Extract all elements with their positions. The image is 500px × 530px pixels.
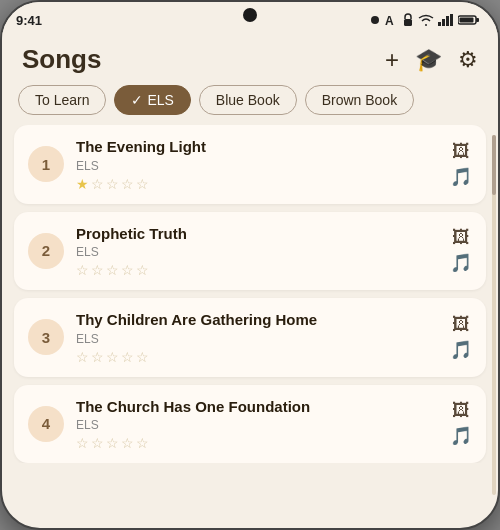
song-list: 1 The Evening Light ELS ★☆☆☆☆ 🖼 🎵 2 Pro — [2, 125, 498, 463]
status-bar: 9:41 A — [2, 2, 498, 38]
song-subtitle-1: ELS — [76, 159, 438, 173]
svg-rect-5 — [446, 16, 449, 26]
phone-frame: 9:41 A — [0, 0, 500, 530]
image-icon-3[interactable]: 🖼 — [452, 314, 470, 335]
graduation-icon[interactable]: 🎓 — [415, 47, 442, 73]
header-actions: + 🎓 ⚙ — [385, 46, 478, 74]
lock-icon — [402, 13, 414, 27]
song-subtitle-2: ELS — [76, 245, 438, 259]
music-icon-4[interactable]: 🎵 — [450, 425, 472, 447]
scroll-thumb[interactable] — [492, 135, 496, 195]
status-time: 9:41 — [16, 13, 42, 28]
header: Songs + 🎓 ⚙ — [2, 38, 498, 85]
add-button[interactable]: + — [385, 46, 399, 74]
filter-els[interactable]: ELS — [114, 85, 190, 115]
song-title-2: Prophetic Truth — [76, 224, 438, 244]
filter-to-learn[interactable]: To Learn — [18, 85, 106, 115]
wifi-icon — [418, 14, 434, 26]
image-icon-2[interactable]: 🖼 — [452, 227, 470, 248]
song-stars-1: ★☆☆☆☆ — [76, 176, 438, 192]
song-subtitle-4: ELS — [76, 418, 438, 432]
signal-icon — [438, 14, 454, 26]
song-title-1: The Evening Light — [76, 137, 438, 157]
settings-icon[interactable]: ⚙ — [458, 47, 478, 73]
a-icon: A — [384, 13, 398, 27]
song-stars-2: ☆☆☆☆☆ — [76, 262, 438, 278]
image-icon-4[interactable]: 🖼 — [452, 400, 470, 421]
svg-rect-3 — [438, 22, 441, 26]
svg-text:A: A — [385, 14, 394, 27]
song-number-3: 3 — [28, 319, 64, 355]
song-actions-4: 🖼 🎵 — [450, 400, 472, 447]
filter-blue-book[interactable]: Blue Book — [199, 85, 297, 115]
camera-notch — [243, 8, 257, 22]
svg-rect-6 — [450, 14, 453, 26]
song-number-2: 2 — [28, 233, 64, 269]
song-list-container: 1 The Evening Light ELS ★☆☆☆☆ 🖼 🎵 2 Pro — [2, 125, 498, 505]
music-icon-1[interactable]: 🎵 — [450, 166, 472, 188]
song-card-4[interactable]: 4 The Church Has One Foundation ELS ☆☆☆☆… — [14, 385, 486, 464]
image-icon-1[interactable]: 🖼 — [452, 141, 470, 162]
svg-rect-8 — [476, 18, 479, 22]
song-actions-3: 🖼 🎵 — [450, 314, 472, 361]
svg-rect-2 — [404, 19, 412, 26]
song-card-2[interactable]: 2 Prophetic Truth ELS ☆☆☆☆☆ 🖼 🎵 — [14, 212, 486, 291]
song-subtitle-3: ELS — [76, 332, 438, 346]
filter-brown-book[interactable]: Brown Book — [305, 85, 414, 115]
song-number-1: 1 — [28, 146, 64, 182]
song-title-3: Thy Children Are Gathering Home — [76, 310, 438, 330]
song-title-4: The Church Has One Foundation — [76, 397, 438, 417]
song-info-4: The Church Has One Foundation ELS ☆☆☆☆☆ — [76, 397, 438, 452]
music-icon-2[interactable]: 🎵 — [450, 252, 472, 274]
music-icon-3[interactable]: 🎵 — [450, 339, 472, 361]
song-info-1: The Evening Light ELS ★☆☆☆☆ — [76, 137, 438, 192]
song-stars-4: ☆☆☆☆☆ — [76, 435, 438, 451]
page-title: Songs — [22, 44, 101, 75]
svg-point-0 — [371, 16, 379, 24]
song-actions-1: 🖼 🎵 — [450, 141, 472, 188]
song-actions-2: 🖼 🎵 — [450, 227, 472, 274]
song-stars-3: ☆☆☆☆☆ — [76, 349, 438, 365]
song-number-4: 4 — [28, 406, 64, 442]
notification-dot-icon — [370, 15, 380, 25]
battery-icon — [458, 14, 480, 26]
scroll-track — [492, 135, 496, 495]
song-card-1[interactable]: 1 The Evening Light ELS ★☆☆☆☆ 🖼 🎵 — [14, 125, 486, 204]
filter-bar: To Learn ELS Blue Book Brown Book — [2, 85, 498, 125]
song-info-3: Thy Children Are Gathering Home ELS ☆☆☆☆… — [76, 310, 438, 365]
svg-rect-4 — [442, 19, 445, 26]
song-card-3[interactable]: 3 Thy Children Are Gathering Home ELS ☆☆… — [14, 298, 486, 377]
song-info-2: Prophetic Truth ELS ☆☆☆☆☆ — [76, 224, 438, 279]
status-icons: A — [370, 13, 480, 27]
svg-rect-9 — [460, 18, 474, 23]
